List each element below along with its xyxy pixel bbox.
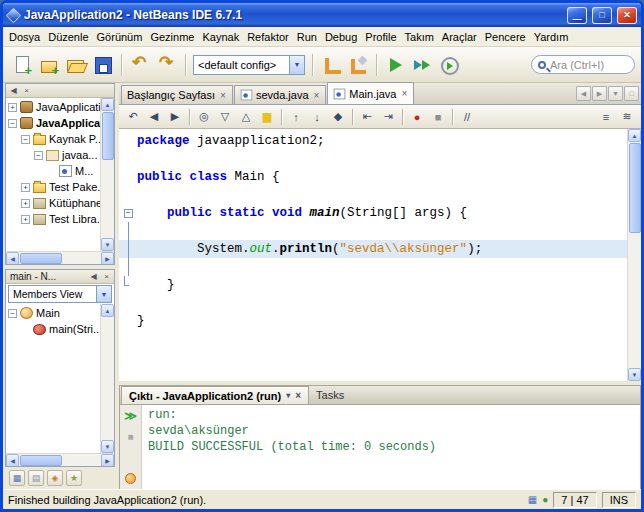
code-line[interactable] xyxy=(119,258,627,276)
menu-item-ara-lar[interactable]: Araçlar xyxy=(438,29,481,45)
shift-left-icon[interactable]: ⇤ xyxy=(357,107,377,126)
tree-expander-icon[interactable]: − xyxy=(8,119,17,128)
navigator-vertical-scrollbar[interactable]: ▲ ▼ xyxy=(100,304,114,453)
open-project-button[interactable] xyxy=(63,52,89,78)
code-line[interactable]: − public static void main(String[] args)… xyxy=(119,204,627,222)
find-selection-icon[interactable]: ◎ xyxy=(194,107,214,126)
close-tab-icon[interactable]: × xyxy=(314,90,320,101)
tree-item-main[interactable]: −Main xyxy=(6,305,100,321)
minimized-panel-button-1[interactable]: ▦ xyxy=(9,470,25,486)
toggle-highlight-icon[interactable]: ▆ xyxy=(257,107,277,126)
save-all-button[interactable] xyxy=(90,52,116,78)
close-tab-icon[interactable]: × xyxy=(220,90,226,101)
undo-button[interactable] xyxy=(127,52,153,78)
tree-item-test-pake[interactable]: +Test Pake... xyxy=(6,179,100,195)
collapse-panel-icon[interactable]: ◀ xyxy=(88,271,99,282)
code-line[interactable] xyxy=(119,150,627,168)
tree-item-kaynak-p[interactable]: −Kaynak P... xyxy=(6,131,100,147)
editor-vertical-scrollbar[interactable]: ▲ ▼ xyxy=(627,129,641,381)
start-macro-recording-icon[interactable]: ● xyxy=(407,107,427,126)
tree-expander-icon[interactable]: − xyxy=(34,151,43,160)
find-previous-icon[interactable]: △ xyxy=(236,107,256,126)
tab-scroll-right-icon[interactable]: ▶ xyxy=(592,86,607,101)
scroll-up-icon[interactable]: ▲ xyxy=(628,129,641,142)
scroll-right-icon[interactable]: ▶ xyxy=(101,454,114,467)
tab-scroll-left-icon[interactable]: ◀ xyxy=(576,86,591,101)
line-tools-icon[interactable]: ≡ xyxy=(596,107,616,126)
maximize-button[interactable]: □ xyxy=(592,7,612,24)
title-bar[interactable]: JavaApplication2 - NetBeans IDE 6.7.1 — … xyxy=(3,3,641,27)
new-project-button[interactable] xyxy=(36,52,62,78)
scroll-up-icon[interactable]: ▲ xyxy=(101,98,114,111)
tree-item-javaapplicati[interactable]: +JavaApplicati... xyxy=(6,99,100,115)
code-line[interactable] xyxy=(119,186,627,204)
editor-options-icon[interactable]: ≋ xyxy=(617,107,637,126)
quick-search-input[interactable]: Ara (Ctrl+I) xyxy=(531,55,635,74)
tree-item-m[interactable]: M... xyxy=(6,163,100,179)
tasks-tab[interactable]: Tasks xyxy=(309,386,351,404)
close-tab-icon[interactable]: × xyxy=(401,88,407,99)
menu-item-d-zenle[interactable]: Düzenle xyxy=(44,29,92,45)
close-panel-icon[interactable]: × xyxy=(101,271,112,282)
tree-expander-icon[interactable]: + xyxy=(21,183,30,192)
projects-vertical-scrollbar[interactable]: ▲ ▼ xyxy=(100,98,114,251)
find-next-icon[interactable]: ▽ xyxy=(215,107,235,126)
shift-right-icon[interactable]: ⇥ xyxy=(378,107,398,126)
menu-item-gezinme[interactable]: Gezinme xyxy=(146,29,198,45)
navigator-horizontal-scrollbar[interactable]: ◀ ▶ xyxy=(6,453,114,466)
code-line[interactable]: package javaapplication2; xyxy=(119,132,627,150)
code-line[interactable]: System.out.println("sevda\\aksünger"); xyxy=(119,240,627,258)
editor-tab-sevda-java[interactable]: sevda.java× xyxy=(234,85,326,104)
code-line[interactable]: } xyxy=(119,276,627,294)
scrollbar-thumb[interactable] xyxy=(20,455,62,466)
tree-expander-icon[interactable]: + xyxy=(21,215,30,224)
scroll-left-icon[interactable]: ◀ xyxy=(6,454,19,467)
menu-item-g-r-n-m[interactable]: Görünüm xyxy=(93,29,147,45)
menu-item-tak-m[interactable]: Takım xyxy=(401,29,438,45)
config-select[interactable]: <default config>▼ xyxy=(193,55,305,75)
chevron-down-icon[interactable]: ▾ xyxy=(286,391,290,400)
code-line[interactable]: public class Main { xyxy=(119,168,627,186)
last-edit-icon[interactable]: ↶ xyxy=(123,107,143,126)
minimized-panel-button-4[interactable]: ★ xyxy=(66,470,82,486)
close-tab-icon[interactable]: × xyxy=(295,390,301,401)
tree-item-javaapplication2[interactable]: −JavaApplication2 xyxy=(6,115,100,131)
scrollbar-thumb[interactable] xyxy=(629,143,641,233)
tree-expander-icon[interactable]: − xyxy=(8,309,17,318)
settings-button[interactable] xyxy=(122,469,140,487)
rerun-button[interactable]: ≫ xyxy=(122,407,140,425)
tree-expander-icon[interactable]: + xyxy=(21,199,30,208)
debug-project-button[interactable] xyxy=(409,52,435,78)
minimized-panel-button-3[interactable]: ◈ xyxy=(47,470,63,486)
scrollbar-thumb[interactable] xyxy=(20,253,62,264)
profile-project-button[interactable] xyxy=(436,52,462,78)
next-bookmark-icon[interactable]: ↓ xyxy=(307,107,327,126)
tree-item-main-stri[interactable]: main(Stri... xyxy=(6,321,100,337)
collapse-panel-icon[interactable]: ◀ xyxy=(8,85,19,96)
clean-build-project-button[interactable] xyxy=(345,52,371,78)
navigator-view-select[interactable]: Members View ▼ xyxy=(8,285,112,303)
new-file-button[interactable] xyxy=(9,52,35,78)
tree-expander-icon[interactable]: − xyxy=(21,135,30,144)
minimized-panel-button-2[interactable]: ▤ xyxy=(28,470,44,486)
menu-item-run[interactable]: Run xyxy=(293,29,321,45)
scroll-down-icon[interactable]: ▼ xyxy=(101,238,114,251)
back-icon[interactable]: ◀ xyxy=(144,107,164,126)
menu-item-pencere[interactable]: Pencere xyxy=(481,29,530,45)
output-tab[interactable]: Çıktı - JavaApplication2 (run) ▾ × xyxy=(121,386,309,404)
opened-documents-icon[interactable]: ▼ xyxy=(608,86,623,101)
code-line[interactable]: } xyxy=(119,312,627,330)
stop-button[interactable]: ■ xyxy=(122,427,140,445)
run-project-button[interactable] xyxy=(382,52,408,78)
scroll-left-icon[interactable]: ◀ xyxy=(6,252,19,265)
previous-bookmark-icon[interactable]: ↑ xyxy=(286,107,306,126)
menu-item-debug[interactable]: Debug xyxy=(321,29,361,45)
menu-item-refaktor[interactable]: Refaktor xyxy=(243,29,293,45)
scroll-up-icon[interactable]: ▲ xyxy=(101,304,114,317)
tree-expander-icon[interactable]: + xyxy=(8,103,17,112)
menu-item-kaynak[interactable]: Kaynak xyxy=(198,29,243,45)
redo-button[interactable] xyxy=(154,52,180,78)
stop-macro-recording-icon[interactable]: ■ xyxy=(428,107,448,126)
forward-icon[interactable]: ▶ xyxy=(165,107,185,126)
minimize-button[interactable]: — xyxy=(567,7,587,24)
